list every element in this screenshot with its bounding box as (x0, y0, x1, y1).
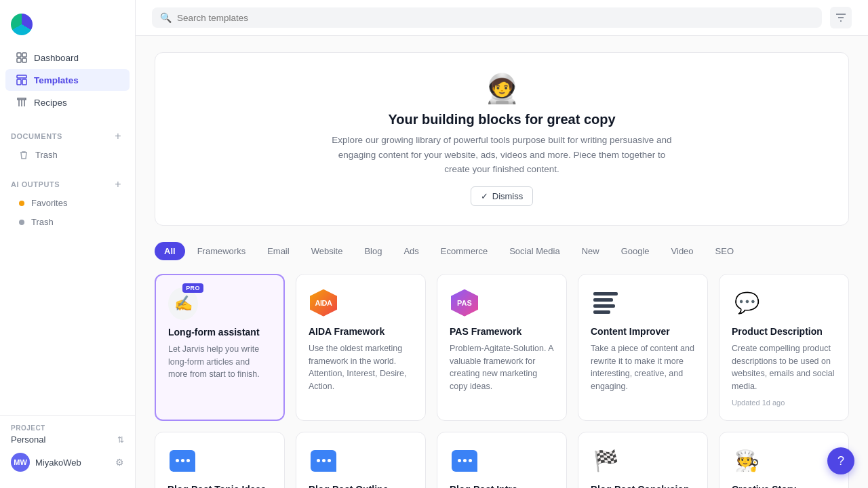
svg-rect-2 (17, 58, 21, 62)
bubble-icon: 💬 (734, 291, 760, 314)
tab-social-media[interactable]: Social Media (500, 242, 569, 260)
checkmark-icon: ✓ (481, 191, 488, 201)
pro-badge: PRO (182, 283, 203, 293)
card-icon-wrap (450, 446, 479, 476)
flag-icon: 🏁 (593, 449, 618, 472)
card-title: Long-form assistant (168, 327, 271, 338)
svg-rect-4 (17, 75, 26, 78)
hero-banner: 🧑‍🚀 Your building blocks for great copy … (155, 52, 849, 226)
tab-frameworks[interactable]: Frameworks (188, 242, 256, 260)
card-product-description[interactable]: 💬 Product Description Create compelling … (719, 274, 849, 421)
filter-button[interactable] (830, 7, 852, 28)
search-icon: 🔍 (160, 12, 172, 23)
card-title: Product Description (732, 326, 836, 337)
documents-section-header: Documents + (0, 122, 135, 145)
tab-google[interactable]: Google (612, 242, 659, 260)
search-box: 🔍 (152, 7, 822, 28)
filter-tabs: All Frameworks Email Website Blog Ads Ec… (155, 242, 849, 260)
card-desc: Problem-Agitate-Solution. A valuable fra… (450, 342, 554, 407)
add-document-button[interactable]: + (112, 130, 124, 142)
sidebar-item-ai-trash[interactable]: Trash (5, 213, 130, 231)
main-content: 🔍 🧑‍🚀 Your building blocks for great cop… (136, 0, 868, 488)
card-blog-post-outline[interactable]: Blog Post Outline Create lists and outli… (296, 432, 426, 488)
svg-rect-3 (22, 58, 26, 62)
sidebar: Dashboard Templates Recipes Documents + … (0, 0, 136, 488)
card-desc: Take a piece of content and rewrite it t… (591, 342, 695, 407)
svg-rect-1 (22, 53, 26, 57)
card-icon-wrap: 🏁 (591, 446, 620, 476)
aida-icon: AIDA (310, 289, 337, 317)
search-input[interactable] (177, 13, 814, 23)
card-blog-post-intro[interactable]: Blog Post Intro Paragraph Blast through … (437, 432, 567, 488)
svg-rect-0 (17, 53, 21, 57)
recipes-icon (16, 97, 27, 108)
tab-video[interactable]: Video (662, 242, 703, 260)
avatar: MW (11, 453, 30, 472)
card-title: PAS Framework (450, 326, 554, 337)
sidebar-item-templates[interactable]: Templates (5, 69, 130, 91)
card-title: Blog Post Intro Paragraph (450, 484, 554, 488)
add-ai-output-button[interactable]: + (112, 178, 124, 190)
ai-outputs-section-header: AI outputs + (0, 170, 135, 193)
filter-icon (835, 12, 846, 23)
hero-description: Explore our growing library of powerful … (326, 133, 678, 177)
dismiss-button[interactable]: ✓ Dismiss (471, 186, 534, 206)
tab-new[interactable]: New (572, 242, 609, 260)
help-button[interactable]: ? (827, 447, 854, 474)
card-pas-framework[interactable]: PAS PAS Framework Problem-Agitate-Soluti… (437, 274, 567, 421)
card-title: Blog Post Topic Ideas (167, 484, 272, 488)
tab-ecommerce[interactable]: Ecommerce (431, 242, 497, 260)
tab-blog[interactable]: Blog (355, 242, 391, 260)
template-icon (16, 75, 27, 85)
tab-all[interactable]: All (155, 242, 185, 260)
chat-icon (170, 450, 195, 472)
sidebar-bottom: PROJECT Personal ⇅ MW MiyakoWeb ⚙ (0, 415, 135, 480)
card-desc: Create compelling product descriptions t… (732, 342, 836, 393)
card-meta: Updated 1d ago (732, 399, 836, 407)
tab-seo[interactable]: SEO (706, 242, 743, 260)
content-area: 🧑‍🚀 Your building blocks for great copy … (136, 36, 868, 488)
sidebar-item-label: Templates (34, 75, 79, 85)
ai-trash-dot (19, 220, 24, 225)
card-content-improver[interactable]: Content Improver Take a piece of content… (578, 274, 708, 421)
card-title: Blog Post Conclusion Paragraph (591, 484, 695, 488)
sidebar-item-trash[interactable]: Trash (5, 146, 130, 164)
card-icon-wrap (167, 446, 197, 476)
card-title: AIDA Framework (309, 326, 413, 337)
tab-ads[interactable]: Ads (394, 242, 428, 260)
pas-icon: PAS (451, 289, 478, 317)
card-blog-post-topic-ideas[interactable]: Blog Post Topic Ideas Brainstorm new blo… (155, 432, 285, 488)
chef-icon: 🧑‍🍳 (734, 449, 760, 472)
card-icon-wrap: 🧑‍🍳 (732, 446, 762, 476)
card-icon-wrap: 💬 (732, 288, 762, 318)
project-selector[interactable]: Personal ⇅ (11, 434, 124, 445)
hero-title: Your building blocks for great copy (388, 112, 615, 127)
hero-emoji: 🧑‍🚀 (484, 72, 519, 105)
card-icon-wrap: PAS (450, 288, 479, 318)
sidebar-item-dashboard[interactable]: Dashboard (5, 47, 130, 68)
sidebar-item-favorites[interactable]: Favorites (5, 194, 130, 212)
card-aida-framework[interactable]: AIDA AIDA Framework Use the oldest marke… (296, 274, 426, 421)
card-blog-post-conclusion[interactable]: 🏁 Blog Post Conclusion Paragraph Wrap up… (578, 432, 708, 488)
settings-button[interactable]: ⚙ (115, 457, 124, 468)
sidebar-nav: Dashboard Templates Recipes (0, 46, 135, 114)
card-icon-wrap (309, 446, 338, 476)
sidebar-item-label: Recipes (34, 98, 67, 108)
logo-icon (11, 14, 33, 35)
sidebar-item-label: Dashboard (34, 53, 79, 63)
tab-email[interactable]: Email (258, 242, 299, 260)
svg-rect-5 (17, 79, 21, 85)
card-icon-wrap: AIDA (309, 288, 338, 318)
card-long-form-assistant[interactable]: ✍️ PRO Long-form assistant Let Jarvis he… (155, 274, 285, 421)
username: MiyakoWeb (35, 458, 110, 468)
tab-website[interactable]: Website (302, 242, 353, 260)
svg-rect-6 (22, 79, 26, 85)
writing-icon: ✍️ (174, 295, 193, 312)
grid-icon (16, 52, 27, 63)
card-desc: Let Jarvis help you write long-form arti… (168, 343, 271, 406)
card-title: Blog Post Outline (309, 484, 413, 488)
project-label: PROJECT (11, 424, 124, 432)
card-icon-wrap (591, 288, 620, 318)
sidebar-item-recipes[interactable]: Recipes (5, 92, 130, 113)
card-title: Content Improver (591, 326, 695, 337)
